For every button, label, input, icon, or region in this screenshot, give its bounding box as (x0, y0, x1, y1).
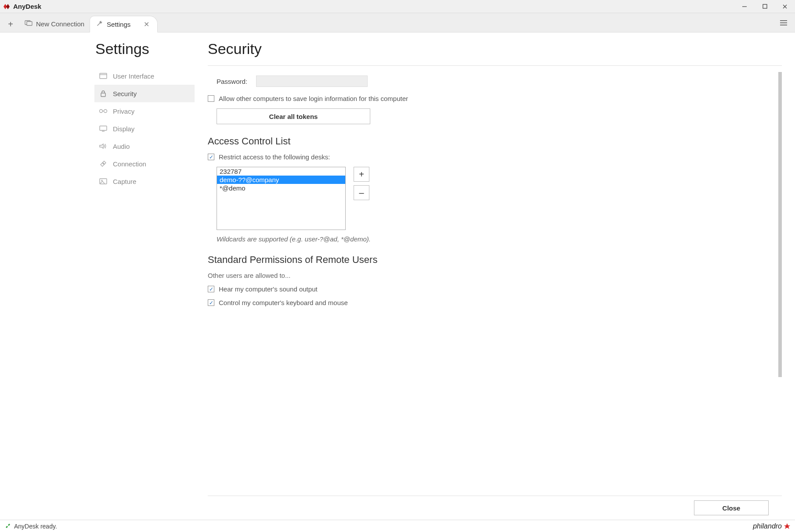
clear-tokens-label: Clear all tokens (269, 113, 318, 120)
sidebar-item-connection[interactable]: Connection (94, 155, 195, 173)
glasses-icon (99, 109, 108, 113)
perm-hear-sound-checkbox[interactable] (208, 286, 214, 292)
svg-point-21 (101, 180, 103, 181)
maximize-button[interactable] (755, 0, 775, 13)
restrict-access-checkbox[interactable] (208, 154, 214, 160)
wrench-icon (96, 20, 103, 29)
acl-item[interactable]: demo-??@company (217, 176, 345, 184)
acl-item[interactable]: *@demo (217, 184, 345, 192)
restrict-access-label: Restrict access to the following desks: (219, 153, 330, 161)
svg-marker-1 (6, 4, 10, 9)
lock-icon (99, 90, 108, 97)
svg-rect-11 (100, 73, 107, 79)
status-text: AnyDesk ready. (14, 523, 57, 530)
tab-settings[interactable]: Settings ✕ (90, 16, 158, 32)
acl-heading: Access Control List (208, 136, 769, 147)
new-tab-button[interactable]: + (3, 16, 18, 32)
svg-point-14 (100, 110, 103, 113)
sidebar-item-display[interactable]: Display (94, 120, 195, 137)
allow-save-login-label: Allow other computers to save login info… (219, 95, 408, 102)
svg-rect-7 (27, 22, 32, 25)
clear-tokens-button[interactable]: Clear all tokens (217, 108, 370, 124)
close-tab-button[interactable]: ✕ (144, 20, 149, 29)
close-button-label: Close (723, 504, 741, 512)
tab-new-connection[interactable]: New Connection (18, 15, 92, 32)
sidebar-item-label: Capture (113, 178, 136, 185)
anydesk-logo-icon (4, 3, 11, 10)
acl-remove-button[interactable]: – (354, 185, 369, 200)
close-window-button[interactable] (775, 0, 795, 13)
status-plug-icon (4, 522, 11, 530)
app-title: AnyDesk (13, 3, 41, 10)
sidebar-item-label: Connection (113, 160, 146, 168)
titlebar: AnyDesk (0, 0, 795, 13)
plug-icon (99, 160, 108, 167)
svg-point-15 (104, 110, 107, 113)
sidebar-item-label: Privacy (113, 108, 134, 115)
brand-text: philandro (753, 522, 782, 530)
brand-footer: philandro (753, 522, 791, 530)
acl-add-button[interactable]: + (354, 167, 369, 182)
svg-rect-13 (101, 93, 105, 97)
sidebar-item-label: User Interface (113, 72, 154, 80)
sidebar-item-label: Security (113, 90, 137, 97)
ui-icon (99, 73, 108, 79)
sidebar-title: Settings (94, 40, 195, 58)
sidebar-item-capture[interactable]: Capture (94, 173, 195, 190)
perm-control-kbm-checkbox[interactable] (208, 299, 214, 306)
sidebar-item-label: Audio (113, 143, 130, 150)
acl-item[interactable]: 232787 (217, 167, 345, 176)
svg-marker-22 (784, 523, 790, 529)
tabbar: + New Connection Settings ✕ (0, 13, 795, 32)
display-icon (99, 126, 108, 132)
main-panel: Security Password: Allow other computers… (195, 32, 795, 520)
acl-listbox[interactable]: 232787 demo-??@company *@demo (217, 167, 346, 230)
password-label: Password: (217, 78, 256, 85)
acl-hint: Wildcards are supported (e.g. user-?@ad,… (217, 235, 769, 243)
password-input[interactable] (256, 75, 368, 87)
statusbar: AnyDesk ready. philandro (0, 520, 795, 532)
sidebar-item-security[interactable]: Security (94, 85, 195, 102)
svg-rect-17 (100, 126, 107, 130)
perm-hear-sound-label: Hear my computer's sound output (219, 285, 318, 293)
scrollbar-track[interactable] (777, 72, 782, 496)
scrollbar-thumb[interactable] (778, 72, 782, 377)
minimize-button[interactable] (734, 0, 755, 13)
sidebar-item-privacy[interactable]: Privacy (94, 102, 195, 120)
permissions-heading: Standard Permissions of Remote Users (208, 254, 769, 266)
hamburger-menu-button[interactable] (777, 16, 791, 30)
monitor-icon (25, 20, 33, 28)
sidebar-item-user-interface[interactable]: User Interface (94, 67, 195, 85)
svg-rect-3 (763, 4, 767, 8)
tab-label: Settings (107, 21, 130, 28)
sidebar-item-audio[interactable]: Audio (94, 137, 195, 155)
close-button[interactable]: Close (694, 500, 769, 515)
perm-control-kbm-label: Control my computer's keyboard and mouse (219, 299, 348, 306)
page-title: Security (208, 40, 782, 58)
permissions-intro: Other users are allowed to... (208, 272, 769, 279)
sidebar-item-label: Display (113, 125, 134, 133)
svg-marker-19 (100, 144, 103, 148)
allow-save-login-checkbox[interactable] (208, 95, 214, 102)
tab-label: New Connection (36, 20, 84, 28)
speaker-icon (99, 143, 108, 149)
divider (208, 65, 782, 66)
image-icon (99, 178, 108, 184)
settings-sidebar: Settings User Interface Security Privacy… (94, 32, 195, 520)
